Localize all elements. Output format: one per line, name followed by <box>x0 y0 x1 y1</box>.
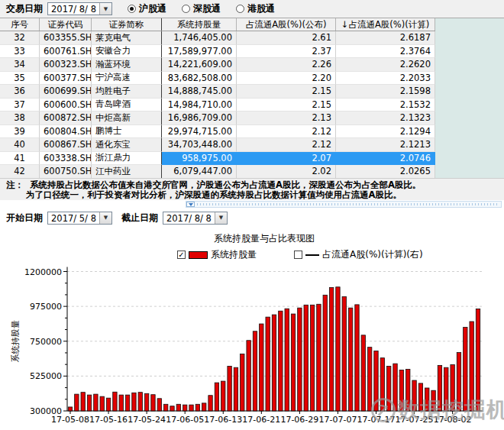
table-cell[interactable]: 16,986,709.00 <box>162 112 237 125</box>
column-header-0[interactable]: 序号 <box>0 18 40 31</box>
table-cell[interactable]: 603338.SH <box>40 152 92 166</box>
table-cell[interactable]: 2.37 <box>237 45 336 59</box>
table-cell[interactable]: 600377.SH <box>40 72 92 86</box>
table-cell[interactable]: 600600.SH <box>40 99 92 112</box>
column-header-2[interactable]: 证券简称 <box>92 18 162 31</box>
table-cell[interactable]: 6,079,447.00 <box>162 165 237 178</box>
table-cell[interactable]: 600872.SH <box>40 112 92 125</box>
table-cell[interactable]: 39 <box>0 125 40 139</box>
table-cell[interactable]: 2.15 <box>237 85 336 99</box>
market-radio-2[interactable]: 港股通 <box>236 2 275 15</box>
chevron-down-icon[interactable]: ▼ <box>99 3 111 15</box>
table-cell[interactable]: 34,703,448.00 <box>162 138 237 152</box>
table-cell[interactable]: 宁沪高速 <box>92 72 162 86</box>
table-cell[interactable]: 2.0265 <box>336 165 435 178</box>
table-cell[interactable]: 瀚蓝环境 <box>92 58 162 72</box>
radio-label: 沪股通 <box>139 2 166 15</box>
table-row[interactable]: 39600804.SH鹏博士29,974,715.002.122.1294 <box>0 125 504 139</box>
table-cell[interactable]: 37 <box>0 99 40 112</box>
table-cell[interactable]: 2.1532 <box>336 99 435 112</box>
bar <box>470 322 473 411</box>
table-cell[interactable]: 鹏博士 <box>92 125 162 139</box>
table-row[interactable]: 42600750.SH江中药业6,079,447.002.022.0265 <box>0 165 504 178</box>
table-cell[interactable]: 莱克电气 <box>92 31 162 45</box>
table-cell[interactable]: 14,221,609.00 <box>162 58 237 72</box>
scrollbar-track[interactable] <box>197 203 499 205</box>
market-radio-0[interactable]: 沪股通 <box>128 2 166 15</box>
bar <box>329 287 333 411</box>
table-cell[interactable]: 17,589,977.00 <box>162 45 237 59</box>
table-cell[interactable]: 2.12 <box>237 125 336 139</box>
x-tick-label: 17-05-24 <box>128 415 166 425</box>
table-cell[interactable]: 2.1294 <box>336 125 435 139</box>
table-cell[interactable]: 42 <box>0 165 40 178</box>
table-cell[interactable]: 2.07 <box>237 152 336 166</box>
table-row[interactable]: 37600600.SH青岛啤酒14,984,710.002.152.1532 <box>0 99 504 112</box>
table-row[interactable]: 41603338.SH浙江鼎力958,975.002.072.0746 <box>0 152 504 166</box>
table-cell[interactable]: 38 <box>0 112 40 125</box>
table-cell[interactable]: 40 <box>0 138 40 152</box>
table-cell[interactable]: 2.6187 <box>336 31 435 45</box>
table-cell[interactable]: 2.3764 <box>336 45 435 59</box>
table-cell[interactable]: 34 <box>0 58 40 72</box>
column-header-5[interactable]: ↓占流通A股(%)(计算) <box>336 18 435 31</box>
table-cell[interactable]: 33 <box>0 45 40 59</box>
table-cell[interactable]: 600867.SH <box>40 138 92 152</box>
table-cell[interactable]: 2.2033 <box>336 72 435 86</box>
table-cell[interactable]: 2.2620 <box>336 58 435 72</box>
table-cell[interactable]: 14,984,710.00 <box>162 99 237 112</box>
column-header-1[interactable]: 证券代码 <box>40 18 92 31</box>
table-row[interactable]: 34600323.SH瀚蓝环境14,221,609.002.262.2620 <box>0 58 504 72</box>
table-cell[interactable]: 83,682,508.00 <box>162 72 237 86</box>
table-cell[interactable]: 35 <box>0 72 40 86</box>
scrollbar-thumb[interactable] <box>186 202 195 207</box>
bar <box>457 353 460 411</box>
table-row[interactable]: 32603355.SH莱克电气1,746,405.002.612.6187 <box>0 31 504 45</box>
table-row[interactable]: 40600867.SH通化东宝34,703,448.002.122.1213 <box>0 138 504 152</box>
table-cell[interactable]: 2.13 <box>237 112 336 125</box>
table-cell[interactable]: 江中药业 <box>92 165 162 178</box>
table-row[interactable]: 35600377.SH宁沪高速83,682,508.002.202.2033 <box>0 72 504 86</box>
table-cell[interactable]: 29,974,715.00 <box>162 125 237 139</box>
chevron-down-icon[interactable]: ▼ <box>215 212 227 224</box>
table-cell[interactable]: 通化东宝 <box>92 138 162 152</box>
column-header-4[interactable]: 占流通A股(%)(公布) <box>237 18 336 31</box>
table-cell[interactable]: 600750.SH <box>40 165 92 178</box>
market-radio-1[interactable]: 深股通 <box>182 2 221 15</box>
table-cell[interactable]: 安徽合力 <box>92 45 162 59</box>
table-cell[interactable]: 1,746,405.00 <box>162 31 237 45</box>
table-cell[interactable]: 2.0746 <box>336 152 435 166</box>
table-cell[interactable]: 600323.SH <box>40 58 92 72</box>
table-cell[interactable]: 青岛啤酒 <box>92 99 162 112</box>
trade-date-combobox[interactable]: 2017/ 8/ 8 ▼ <box>47 2 112 15</box>
table-cell[interactable]: 32 <box>0 31 40 45</box>
table-cell[interactable]: 2.1598 <box>336 85 435 99</box>
column-header-3[interactable]: 系统持股量 <box>162 18 237 31</box>
table-cell[interactable]: 2.12 <box>237 138 336 152</box>
table-cell[interactable]: 2.02 <box>237 165 336 178</box>
table-cell[interactable]: 14,888,745.00 <box>162 85 237 99</box>
table-cell[interactable]: 600761.SH <box>40 45 92 59</box>
table-cell[interactable]: 2.1323 <box>336 112 435 125</box>
table-cell[interactable]: 600699.SH <box>40 85 92 99</box>
table-cell[interactable]: 41 <box>0 152 40 166</box>
table-cell[interactable]: 603355.SH <box>40 31 92 45</box>
table-cell[interactable]: 2.20 <box>237 72 336 86</box>
table-cell[interactable]: 2.26 <box>237 58 336 72</box>
table-cell[interactable]: 均胜电子 <box>92 85 162 99</box>
table-row[interactable]: 36600699.SH均胜电子14,888,745.002.152.1598 <box>0 85 504 99</box>
horizontal-scrollbar[interactable] <box>186 201 502 208</box>
end-date-combobox[interactable]: 2017/ 8/ 8 ▼ <box>163 212 228 225</box>
start-date-combobox[interactable]: 2017/ 5/ 8 ▼ <box>47 212 112 225</box>
table-cell[interactable]: 2.61 <box>237 31 336 45</box>
chevron-down-icon[interactable]: ▼ <box>99 212 111 224</box>
table-row[interactable]: 38600872.SH中炬高新16,986,709.002.132.1323 <box>0 112 504 125</box>
table-cell[interactable]: 中炬高新 <box>92 112 162 125</box>
table-row[interactable]: 33600761.SH安徽合力17,589,977.002.372.3764 <box>0 45 504 59</box>
table-cell[interactable]: 2.1213 <box>336 138 435 152</box>
table-cell[interactable]: 2.15 <box>237 99 336 112</box>
table-cell[interactable]: 36 <box>0 85 40 99</box>
table-cell[interactable]: 浙江鼎力 <box>92 152 162 166</box>
table-cell[interactable]: 600804.SH <box>40 125 92 139</box>
table-cell[interactable]: 958,975.00 <box>162 152 237 166</box>
